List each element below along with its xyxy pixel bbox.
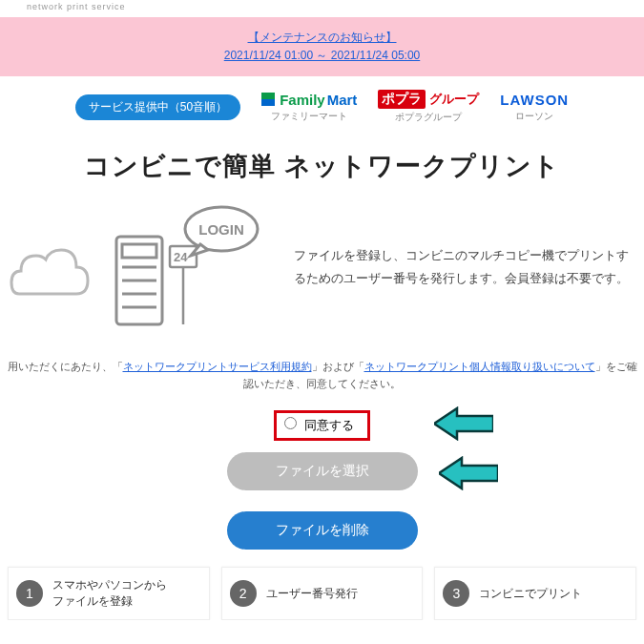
poplar-sub: ポプラグループ	[378, 111, 479, 124]
poplar-logo: ポプラ グループ	[378, 90, 479, 109]
store-poplar: ポプラ グループ ポプラグループ	[378, 90, 479, 124]
agree-radio[interactable]	[284, 417, 297, 429]
select-file-button[interactable]: ファイルを選択	[227, 452, 418, 490]
login-bubble-text: LOGIN	[198, 221, 244, 238]
step-1: 1 スマホやパソコンから ファイルを登録	[8, 567, 210, 620]
action-area: 同意する ファイルを選択 ファイルを削除	[0, 410, 644, 550]
stores-row: サービス提供中（50音順） FamilyMart ファミリーマート ポプラ グル…	[0, 90, 644, 124]
agree-label[interactable]: 同意する	[284, 418, 354, 432]
steps-row: 1 スマホやパソコンから ファイルを登録 2 ユーザー番号発行 3 コンビニでプ…	[0, 567, 644, 620]
delete-file-button[interactable]: ファイルを削除	[227, 511, 418, 550]
step-3-number: 3	[443, 580, 469, 607]
svg-marker-9	[434, 408, 493, 439]
familymart-logo: FamilyMart	[261, 92, 357, 108]
annotation-arrow-1	[434, 406, 493, 441]
hero-description: ファイルを登録し、コンビニのマルチコピー機でプリントするためのユーザー番号を発行…	[294, 244, 634, 291]
notice-time-link[interactable]: 2021/11/24 01:00 ～ 2021/11/24 05:00	[0, 47, 644, 65]
step-2-number: 2	[230, 580, 257, 607]
lawson-sub: ローソン	[500, 110, 569, 123]
step-1-text: スマホやパソコンから ファイルを登録	[52, 577, 167, 610]
hero-section: 24 LOGIN ファイルを登録し、コンビニのマルチコピー機でプリントするための…	[0, 200, 644, 334]
step-1-number: 1	[16, 580, 43, 607]
sign-24-text: 24	[174, 250, 188, 264]
step-3: 3 コンビニでプリント	[434, 567, 636, 620]
terms-link-tos[interactable]: ネットワークプリントサービス利用規約	[123, 361, 312, 372]
maintenance-notice: 【メンテナンスのお知らせ】 2021/11/24 01:00 ～ 2021/11…	[0, 17, 644, 76]
lawson-logo: LAWSON	[500, 92, 569, 108]
annotation-arrow-2	[439, 456, 498, 490]
notice-title-link[interactable]: 【メンテナンスのお知らせ】	[0, 29, 644, 47]
service-badge: サービス提供中（50音順）	[75, 94, 240, 120]
tagline: network print service	[0, 0, 644, 11]
step-2-text: ユーザー番号発行	[266, 586, 358, 602]
store-lawson: LAWSON ローソン	[500, 92, 569, 123]
terms-text: 用いただくにあたり、「ネットワークプリントサービス利用規約」および「ネットワーク…	[0, 351, 644, 401]
step-2: 2 ユーザー番号発行	[221, 567, 424, 620]
page-title: コンビニで簡単 ネットワークプリント	[0, 149, 644, 183]
step-3-text: コンビニでプリント	[479, 586, 582, 602]
hero-illustration: 24 LOGIN	[10, 200, 277, 334]
terms-link-privacy[interactable]: ネットワークプリント個人情報取り扱いについて	[364, 361, 595, 372]
svg-marker-10	[439, 458, 498, 488]
familymart-sub: ファミリーマート	[261, 110, 357, 123]
svg-rect-1	[122, 244, 156, 258]
store-familymart: FamilyMart ファミリーマート	[261, 92, 357, 123]
agree-highlight-box: 同意する	[274, 410, 370, 441]
